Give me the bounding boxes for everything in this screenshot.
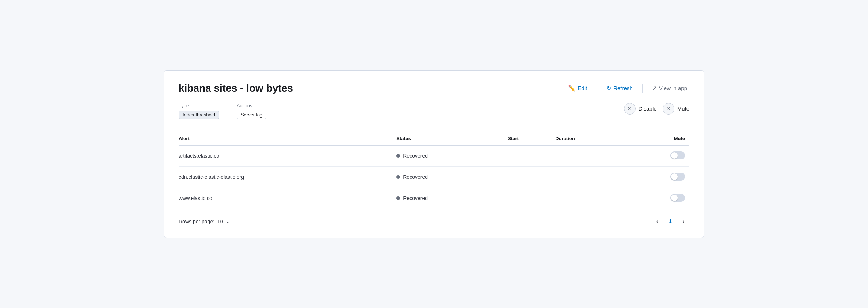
status-text: Recovered <box>403 153 428 159</box>
cell-mute[interactable] <box>630 145 689 167</box>
meta-row: Type Index threshold Actions Server log … <box>179 103 689 122</box>
edit-label: Edit <box>578 85 587 91</box>
rows-per-page-value: 10 <box>217 219 223 224</box>
page-title: kibana sites - low bytes <box>179 82 293 94</box>
actions-label: Actions <box>237 103 266 108</box>
cell-duration <box>555 188 630 209</box>
rows-per-page-chevron-icon: ⌄ <box>226 219 231 224</box>
cell-duration <box>555 166 630 188</box>
cell-mute[interactable] <box>630 188 689 209</box>
cell-start <box>508 145 555 167</box>
status-text: Recovered <box>403 195 428 201</box>
table-row: cdn.elastic-elastic-elastic.orgRecovered <box>179 166 689 188</box>
edit-icon: ✏️ <box>568 85 575 92</box>
actions-group: Actions Server log <box>237 103 266 119</box>
cell-start <box>508 188 555 209</box>
view-in-app-button[interactable]: ↗ View in app <box>650 83 689 93</box>
disable-toggle-group: ✕ Disable <box>624 103 657 115</box>
status-text: Recovered <box>403 174 428 180</box>
type-badge: Index threshold <box>179 111 219 119</box>
header-row: kibana sites - low bytes ✏️ Edit ↻ Refre… <box>179 82 689 94</box>
refresh-button[interactable]: ↻ Refresh <box>604 83 635 93</box>
table-row: artifacts.elastic.coRecovered <box>179 145 689 167</box>
actions-badge: Server log <box>237 111 266 119</box>
divider-1 <box>597 84 597 93</box>
pagination: ‹ 1 › <box>651 216 689 227</box>
edit-button[interactable]: ✏️ Edit <box>566 83 589 93</box>
mute-x-icon: ✕ <box>666 106 670 111</box>
mute-toggle-group: ✕ Mute <box>663 103 689 115</box>
alerts-table: Alert Status Start Duration Mute artifac… <box>179 132 689 209</box>
cell-start <box>508 166 555 188</box>
external-link-icon: ↗ <box>652 85 657 92</box>
header-actions: ✏️ Edit ↻ Refresh ↗ View in app <box>566 83 689 93</box>
cell-alert: cdn.elastic-elastic-elastic.org <box>179 166 396 188</box>
footer-row: Rows per page: 10 ⌄ ‹ 1 › <box>179 209 689 227</box>
table-header-row: Alert Status Start Duration Mute <box>179 132 689 145</box>
current-page[interactable]: 1 <box>665 216 676 227</box>
cell-status: Recovered <box>396 188 508 209</box>
status-dot <box>396 154 400 158</box>
status-dot <box>396 175 400 179</box>
meta-right: ✕ Disable ✕ Mute <box>624 103 689 115</box>
cell-mute[interactable] <box>630 166 689 188</box>
main-card: kibana sites - low bytes ✏️ Edit ↻ Refre… <box>164 70 704 238</box>
status-dot <box>396 196 400 200</box>
col-alert: Alert <box>179 132 396 145</box>
disable-x-icon: ✕ <box>628 106 632 111</box>
type-label: Type <box>179 103 219 108</box>
row-mute-toggle[interactable] <box>670 151 685 159</box>
col-mute: Mute <box>630 132 689 145</box>
prev-page-button[interactable]: ‹ <box>651 216 663 227</box>
divider-2 <box>642 84 643 93</box>
alerts-table-section: Alert Status Start Duration Mute artifac… <box>179 132 689 209</box>
cell-duration <box>555 145 630 167</box>
row-mute-toggle[interactable] <box>670 194 685 202</box>
next-page-button[interactable]: › <box>678 216 689 227</box>
cell-status: Recovered <box>396 166 508 188</box>
refresh-icon: ↻ <box>606 85 611 92</box>
disable-label: Disable <box>639 105 657 112</box>
cell-alert: artifacts.elastic.co <box>179 145 396 167</box>
col-start: Start <box>508 132 555 145</box>
col-duration: Duration <box>555 132 630 145</box>
table-row: www.elastic.coRecovered <box>179 188 689 209</box>
disable-toggle-icon[interactable]: ✕ <box>624 103 636 115</box>
view-in-app-label: View in app <box>659 85 687 91</box>
meta-left: Type Index threshold Actions Server log <box>179 103 266 119</box>
cell-alert: www.elastic.co <box>179 188 396 209</box>
mute-label: Mute <box>677 105 689 112</box>
type-group: Type Index threshold <box>179 103 219 119</box>
cell-status: Recovered <box>396 145 508 167</box>
mute-toggle-icon[interactable]: ✕ <box>663 103 674 115</box>
row-mute-toggle[interactable] <box>670 173 685 181</box>
rows-per-page-selector[interactable]: Rows per page: 10 ⌄ <box>179 219 231 224</box>
rows-per-page-label: Rows per page: <box>179 219 214 224</box>
col-status: Status <box>396 132 508 145</box>
refresh-label: Refresh <box>613 85 633 91</box>
